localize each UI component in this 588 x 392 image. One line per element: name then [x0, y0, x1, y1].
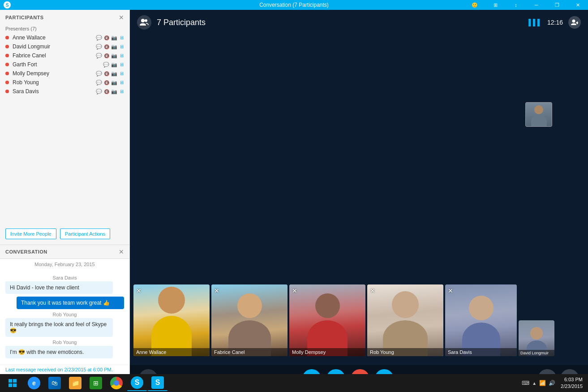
mute-indicator-molly: ✕	[292, 287, 297, 294]
close-participants-btn[interactable]: ✕	[119, 14, 124, 21]
mute-icon: 🔇	[104, 80, 109, 85]
mute-icon: 🔇	[104, 35, 109, 40]
add-participant-button[interactable]	[568, 16, 581, 29]
participant-actions-button[interactable]: Participant Actions	[60, 228, 111, 239]
participant-icons: 💬 🔇 📷 🖥	[96, 71, 124, 77]
self-view-tile	[525, 102, 552, 127]
video-header-left: 7 Participants	[137, 15, 206, 30]
taskbar-item-app4[interactable]: ⊞	[86, 375, 106, 391]
chat-icon: 💬	[96, 53, 102, 59]
emoji-btn[interactable]: 🙂	[464, 0, 485, 10]
participant-row: Anne Wallace 💬 🔇 📷 🖥	[0, 33, 129, 42]
participant-row: Sara Davis 💬 🔇 📷 🖥	[0, 87, 129, 96]
chat-bubble-rob2: I'm 😎 with the new emoticons.	[5, 346, 113, 358]
participant-icons: 💬 🔇 📷 🖥	[96, 80, 124, 86]
participants-header: PARTICIPANTS ✕	[0, 10, 129, 24]
expand-tray-icon[interactable]: ▲	[532, 381, 536, 386]
window-controls: 🙂 ⊞ ↕ ─ ❐ ✕	[464, 0, 588, 10]
chat-icon: 💬	[96, 89, 102, 95]
video-tile-sara: ✕ Sara Davis	[445, 284, 517, 356]
video-tile-name-rob: Rob Young	[367, 348, 443, 356]
participant-icons: 💬 🔇 📷 🖥	[96, 35, 124, 41]
participant-row: Molly Dempsey 💬 🔇 📷 🖥	[0, 69, 129, 78]
time-display: 12:16	[547, 19, 563, 26]
participant-dot	[5, 45, 9, 48]
participant-dot	[5, 54, 9, 57]
participant-row: Rob Young 💬 🔇 📷 🖥	[0, 78, 129, 87]
monitor-icon: 🖥	[119, 35, 124, 40]
video-tile-name-molly: Molly Dempsey	[289, 348, 365, 356]
taskbar-item-files[interactable]: 📁	[65, 375, 85, 391]
video-header-right: ▌▌▌ 12:16	[528, 16, 581, 29]
participant-name: Fabrice Canel	[13, 52, 96, 59]
minimize-btn[interactable]: ─	[526, 0, 547, 10]
participant-row: David Longmuir 💬 🔇 📷 🖥	[0, 42, 129, 51]
participant-icons: 💬 🔇 📷 🖥	[96, 53, 124, 59]
presenters-label: Presenters (7)	[0, 24, 129, 33]
taskbar-item-store[interactable]: 🛍	[45, 375, 64, 391]
restore-btn[interactable]: ❐	[547, 0, 567, 10]
monitor-icon: 🖥	[119, 62, 124, 67]
participants-count-title: 7 Participants	[157, 18, 206, 27]
conversation-section: CONVERSATION ✕ Monday, February 23, 2015…	[0, 245, 129, 392]
video-tile-molly: ✕ Molly Dempsey	[289, 284, 365, 356]
taskbar-item-skype2[interactable]: S	[148, 375, 167, 391]
close-conversation-btn[interactable]: ✕	[119, 249, 124, 255]
participant-dot	[5, 63, 9, 66]
participant-row: Garth Fort 💬 📷 🖥	[0, 60, 129, 69]
mute-icon: 🔇	[104, 71, 109, 76]
chat-messages: Sara Davis Hi David - love the new clien…	[0, 269, 129, 365]
participant-dot	[5, 81, 9, 84]
video-header: 7 Participants ▌▌▌ 12:16	[130, 10, 588, 35]
clock-time: 6:03 PM	[561, 376, 583, 383]
network-icon: 📶	[539, 380, 546, 386]
conversation-title: CONVERSATION	[5, 249, 47, 254]
clock-date: 2/23/2015	[561, 383, 583, 390]
video-strip: ✕ Anne Wallace ✕ Fabrice Canel	[130, 284, 558, 356]
conversation-header: CONVERSATION ✕	[0, 245, 129, 259]
chat-icon: 💬	[96, 71, 102, 77]
taskbar-item-chrome[interactable]	[107, 375, 126, 391]
mute-indicator-fabrice: ✕	[214, 287, 219, 294]
taskbar-item-skype[interactable]: S	[127, 375, 147, 391]
participant-dot	[5, 72, 9, 75]
keyboard-icon: ⌨	[522, 380, 529, 386]
cam-icon: 📷	[111, 80, 117, 86]
left-panel: PARTICIPANTS ✕ Presenters (7) Anne Walla…	[0, 10, 130, 392]
cam-icon: 📷	[111, 35, 117, 41]
layout-btn[interactable]: ⊞	[485, 0, 506, 10]
chat-bubble: Hi David - love the new client	[5, 281, 113, 294]
participant-name-rob: Rob Young	[13, 79, 96, 86]
app-logo: S	[4, 1, 11, 9]
participant-name: Sara Davis	[13, 88, 96, 95]
participant-icons: 💬 📷 🖥	[103, 62, 124, 68]
monitor-icon: 🖥	[119, 44, 124, 49]
mute-indicator-rob: ✕	[370, 287, 375, 294]
participant-icons: 💬 🔇 📷 🖥	[96, 89, 124, 95]
taskbar-item-ie[interactable]: e	[24, 375, 44, 391]
snap-btn[interactable]: ↕	[506, 0, 526, 10]
video-tile-name-sara: Sara Davis	[445, 348, 517, 356]
video-tile-rob: ✕ Rob Young	[367, 284, 443, 356]
participant-name: Garth Fort	[13, 61, 103, 68]
participants-icon	[137, 15, 151, 30]
cam-icon: 📷	[111, 71, 117, 77]
taskbar-right: ⌨ ▲ 📶 🔊 6:03 PM 2/23/2015	[518, 376, 586, 390]
mute-indicator-anne: ✕	[136, 287, 142, 294]
close-btn[interactable]: ✕	[567, 0, 588, 10]
invite-more-people-button[interactable]: Invite More People	[5, 228, 56, 239]
video-tile-name-anne: Anne Wallace	[133, 348, 210, 356]
cam-icon: 📷	[111, 44, 117, 50]
cam-icon: 📷	[111, 53, 117, 59]
chat-icon: 💬	[103, 62, 109, 68]
start-button[interactable]	[2, 375, 23, 391]
svg-point-2	[572, 20, 575, 23]
video-main: ✕ Anne Wallace ✕ Fabrice Canel	[130, 35, 588, 365]
video-tile-david-small: David Longmuir	[519, 320, 554, 356]
video-area: 7 Participants ▌▌▌ 12:16	[130, 10, 588, 392]
chat-bubble-self: Thank you it was team work great 👍	[17, 297, 124, 309]
video-tile-name-david: David Longmuir	[519, 350, 554, 356]
chat-sender-sara: Sara Davis	[5, 275, 124, 280]
participant-name: David Longmuir	[13, 43, 96, 50]
taskbar-clock: 6:03 PM 2/23/2015	[561, 376, 583, 390]
